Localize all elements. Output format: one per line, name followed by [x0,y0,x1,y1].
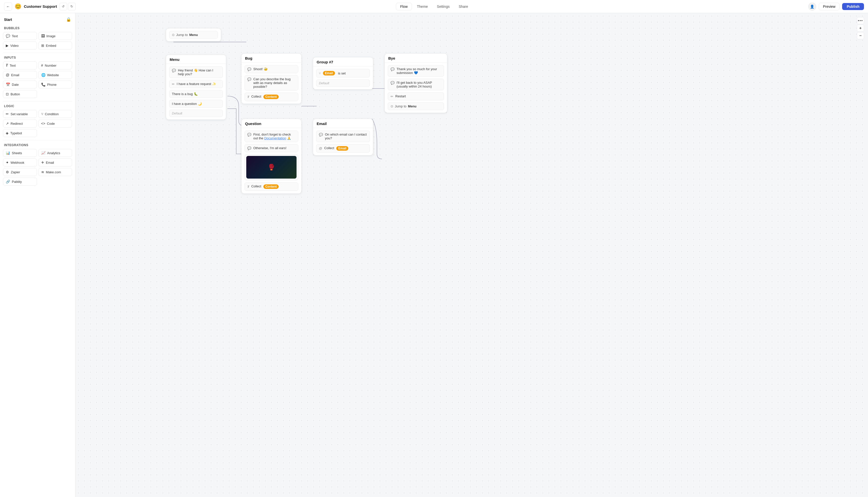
sidebar-item-email-int[interactable]: ✈ Email [39,158,72,167]
question-collect-text: Collect [251,184,261,188]
sidebar-item-text[interactable]: 💬 Text [3,32,37,40]
sidebar-item-condition[interactable]: ⑂ Condition [39,110,72,118]
sidebar-item-set-variable[interactable]: ✏ Set variable [3,110,37,118]
phone-label: Phone [47,83,57,86]
jump-to-menu-node[interactable]: ⊙ Jump to Menu [166,28,221,42]
bug-shoot-text: Shoot! 🤕 [253,67,268,71]
bye-restart-icon: ✏ [391,95,393,98]
zoom-out-button[interactable]: − [857,32,864,39]
bug-content-tag: Content [263,95,279,99]
preview-button[interactable]: Preview [819,3,840,10]
menu-greeting-text: Hey friend 👋 How can I help you? [178,68,220,76]
question-ears-icon: 💬 [247,146,251,150]
redo-button[interactable]: ↻ [68,3,76,10]
sidebar-item-date[interactable]: 📅 Date [3,81,37,88]
sidebar-item-pabbly[interactable]: 🔗 Pabbly [3,178,37,186]
bug-node-body: 💬 Shoot! 🤕 💬 Can you describe the bug wi… [241,62,301,104]
menu-default-row: Default [169,110,223,117]
email-node[interactable]: Email 💬 On which email can I contact you… [313,119,373,155]
bug-shoot-row: 💬 Shoot! 🤕 [245,65,298,73]
sidebar-item-webhook[interactable]: ✦ Webhook [3,158,37,167]
makecom-icon: ≋ [41,170,44,174]
question-ears-row: 💬 Otherwise, I'm all ears! [245,144,298,152]
sidebar-item-text-input[interactable]: T Text [3,61,37,69]
sidebar-item-embed[interactable]: ⊞ Embed [39,42,72,49]
avatar-button[interactable]: 👤 [808,2,816,11]
bubbles-header: Bubbles [4,26,71,30]
text-bubble-icon: 💬 [6,34,10,38]
group7-filter-icon: ⑂ [319,71,321,75]
back-icon: ← [6,4,10,9]
sidebar-item-makecom[interactable]: ≋ Make.com [39,168,72,176]
undo-button[interactable]: ↺ [60,3,67,10]
pabbly-icon: 🔗 [6,180,10,184]
more-options-button[interactable]: ••• [857,17,864,24]
sidebar-item-phone[interactable]: 📞 Phone [39,81,72,88]
zoom-in-button[interactable]: + [857,25,864,32]
sidebar-item-button[interactable]: ⊡ Button [3,90,37,98]
sidebar-item-sheets[interactable]: 📊 Sheets [3,149,37,157]
tab-flow[interactable]: Flow [396,3,412,10]
question-collect-icon: T [247,185,249,189]
sidebar-item-analytics[interactable]: 📈 Analytics [39,149,72,157]
pabbly-label: Pabbly [12,180,22,184]
start-label: Start [4,18,12,22]
bye-node[interactable]: Bye 💬 Thank you so much for your submiss… [384,53,447,113]
email-collect-row: @ Collect Email [316,144,370,153]
menu-feature-row: ✏ I have a feature request ✨ [169,80,223,88]
group7-node[interactable]: Group #7 ⑂ Email is set Default [313,57,373,89]
bug-describe-icon: 💬 [247,77,251,81]
jump-row: ⊙ Jump to Menu [169,31,218,39]
sidebar-item-code[interactable]: <> Code [39,119,72,128]
sidebar-item-website[interactable]: 🌐 Website [39,71,72,79]
sidebar-item-redirect[interactable]: ↗ Redirect [3,119,37,128]
bot-name: Customer Support [24,4,57,9]
code-icon: <> [41,122,45,126]
tab-share[interactable]: Share [455,3,472,10]
menu-greeting-icon: 💬 [172,69,176,72]
bye-jump-target: Menu [408,104,416,108]
bug-node[interactable]: Bug 💬 Shoot! 🤕 💬 Can you describe the bu… [241,53,301,104]
button-label: Button [11,92,20,96]
sidebar-item-video[interactable]: ▶ Video [3,42,37,49]
bug-collect-icon: T [247,95,249,99]
flow-canvas[interactable]: ⊙ Jump to Menu Menu 💬 Hey friend 👋 How c… [75,13,868,497]
sidebar-item-email[interactable]: @ Email [3,71,37,79]
webhook-icon: ✦ [6,160,9,165]
email-ask-icon: 💬 [319,133,323,137]
sidebar-item-typebot[interactable]: ◈ Typebot [3,129,37,137]
logic-header: Logic [4,104,71,108]
email-label: Email [11,73,19,77]
group7-email-tag: Email [323,71,335,75]
email-ask-text: On which email can I contact you? [325,132,367,140]
topnav-right: 👤 Preview Publish [808,2,864,11]
tab-theme[interactable]: Theme [413,3,432,10]
menu-node-body: 💬 Hey friend 👋 How can I help you? ✏ I h… [166,64,226,119]
menu-node[interactable]: Menu 💬 Hey friend 👋 How can I help you? … [166,55,226,120]
publish-button[interactable]: Publish [842,3,864,10]
bug-describe-row: 💬 Can you describe the bug with as many … [245,75,298,90]
tab-settings[interactable]: Settings [433,3,454,10]
text-bubble-label: Text [12,34,18,38]
bug-collect-row: T Collect Content [245,93,298,101]
sidebar-item-number[interactable]: # Number [39,61,72,69]
question-collect-row: T Collect Content [245,182,298,191]
menu-bug-row: There is a bug 🐛 [169,90,223,98]
question-ears-text: Otherwise, I'm all ears! [253,146,286,150]
bug-collect-text: Collect [251,95,261,98]
sidebar-item-image[interactable]: 🖼 Image [39,32,72,40]
typebot-label: Typebot [10,131,22,135]
question-header: Question [241,119,301,128]
phone-icon: 📞 [41,83,45,86]
question-node[interactable]: Question 💬 First, don't forget to check … [241,119,301,194]
group7-default-text: Default [319,81,329,85]
email-node-body: 💬 On which email can I contact you? @ Co… [313,128,373,155]
sheets-label: Sheets [12,151,22,155]
bye-thanks-icon: 💬 [391,67,395,71]
nav-tabs: Flow Theme Settings Share [396,3,472,10]
back-button[interactable]: ← [4,2,12,11]
sidebar-item-zapier[interactable]: ⚙ Zapier [3,168,37,176]
menu-node-header: Menu [166,55,226,64]
bug-shoot-icon: 💬 [247,67,251,71]
bug-describe-text: Can you describe the bug with as many de… [253,77,296,88]
